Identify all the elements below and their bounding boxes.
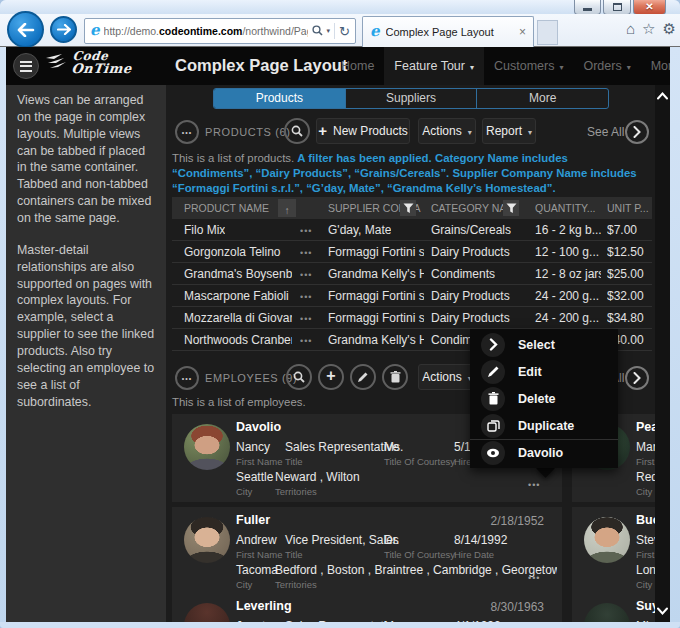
sort-ascending-button[interactable]: ↑ xyxy=(278,199,296,217)
employees-delete-button[interactable] xyxy=(382,364,408,390)
new-products-button[interactable]: +New Products xyxy=(316,118,410,144)
employees-next-button[interactable] xyxy=(625,366,649,390)
search-icon xyxy=(293,371,305,383)
nav-orders[interactable]: Orders▾ xyxy=(573,47,640,85)
employees-options-button[interactable]: ••• xyxy=(175,366,199,390)
nav-home[interactable]: Home xyxy=(331,47,384,85)
browser-actions: ⌂ ☆ ⚙ xyxy=(626,20,676,38)
table-row[interactable]: Mozzarella di Giovanni••• Formaggi Forti… xyxy=(172,307,652,329)
col-quantity[interactable]: QUANTITY... xyxy=(535,202,595,214)
url-text[interactable]: http://demo.codeontime.com/northwind/Pag… xyxy=(104,25,308,37)
card-ellipsis-icon[interactable]: ••• xyxy=(528,573,540,583)
employee-card-buchanan[interactable]: Buchanan StevenFirst Name LondonCity xyxy=(572,507,655,595)
avatar xyxy=(184,603,230,622)
row-ellipsis-icon[interactable]: ••• xyxy=(300,226,312,236)
row-ellipsis-icon[interactable]: ••• xyxy=(300,248,312,258)
products-options-button[interactable]: ••• xyxy=(175,120,199,144)
nav-feature-tour[interactable]: Feature Tour▾ xyxy=(384,47,484,85)
employees-description: This is a list of employees. xyxy=(172,396,306,408)
browser-window: ✕ e http://demo.codeontime.com/northwind… xyxy=(0,0,680,628)
plus-icon: + xyxy=(326,368,335,384)
products-next-button[interactable] xyxy=(625,120,649,144)
row-ellipsis-icon[interactable]: ••• xyxy=(300,336,312,346)
maximize-icon xyxy=(613,3,622,11)
employee-card-suyama[interactable]: Suyama MichaelFirst Name xyxy=(572,593,655,622)
products-actions-button[interactable]: Actions▾ xyxy=(418,118,476,144)
new-tab-button[interactable] xyxy=(537,20,558,45)
forward-button[interactable] xyxy=(50,16,77,43)
hamburger-menu-button[interactable] xyxy=(13,53,39,79)
close-icon: ✕ xyxy=(645,2,653,12)
row-ellipsis-icon[interactable]: ••• xyxy=(300,270,312,280)
table-row[interactable]: Mascarpone Fabioli••• Formaggi Fortini s… xyxy=(172,285,652,307)
avatar xyxy=(584,603,630,622)
menu-item-edit[interactable]: Edit xyxy=(470,358,618,385)
refresh-icon[interactable]: ↻ xyxy=(339,25,350,38)
chevron-right-icon xyxy=(489,338,498,351)
tab-products[interactable]: Products xyxy=(214,89,345,108)
employees-search-button[interactable] xyxy=(286,364,312,390)
table-row[interactable]: Grandma's Boysenberr...••• Grandma Kelly… xyxy=(172,263,652,285)
settings-gear-icon[interactable]: ⚙ xyxy=(663,20,676,38)
pencil-icon xyxy=(357,371,369,383)
filter-funnel-icon xyxy=(403,203,414,214)
employee-card-fuller[interactable]: Fuller 2/18/1952 AndrewFirst Name Vice P… xyxy=(172,507,562,595)
filter-button[interactable] xyxy=(400,200,416,216)
sidebar-paragraph: Master-detail relationships are also sup… xyxy=(17,242,155,411)
trash-icon xyxy=(488,392,499,405)
close-button[interactable]: ✕ xyxy=(633,0,666,15)
products-see-all[interactable]: See All xyxy=(587,125,624,139)
employees-actions-button[interactable]: Actions▾ xyxy=(418,364,476,390)
favorites-star-icon[interactable]: ☆ xyxy=(642,20,655,38)
menu-item-delete[interactable]: Delete xyxy=(470,385,618,412)
pencil-icon xyxy=(487,365,500,378)
tab-more[interactable]: More xyxy=(476,89,608,108)
app-header: Code OnTime Complex Page Layout Home Fea… xyxy=(6,47,670,85)
menu-item-davolio-view[interactable]: Davolio xyxy=(470,439,618,466)
search-icon[interactable] xyxy=(312,25,323,38)
plus-icon: + xyxy=(318,123,327,138)
tab-close-icon[interactable]: × xyxy=(519,25,526,39)
scroll-down-button[interactable] xyxy=(656,603,669,619)
window-border xyxy=(0,622,680,628)
employees-edit-button[interactable] xyxy=(350,364,376,390)
card-ellipsis-icon[interactable]: ••• xyxy=(528,480,540,490)
menu-item-duplicate[interactable]: Duplicate xyxy=(470,412,618,439)
col-product-name[interactable]: PRODUCT NAME xyxy=(184,202,269,214)
ellipsis-icon: ••• xyxy=(182,129,192,136)
trash-icon xyxy=(390,371,401,383)
scroll-up-button[interactable] xyxy=(656,88,669,104)
app-scrollbar[interactable] xyxy=(655,85,670,622)
maximize-button[interactable] xyxy=(603,0,631,15)
table-row[interactable]: Gorgonzola Telino••• Formaggi Fortini s.… xyxy=(172,241,652,263)
products-search-button[interactable] xyxy=(284,118,310,144)
back-button[interactable] xyxy=(7,11,44,48)
row-ellipsis-icon[interactable]: ••• xyxy=(300,292,312,302)
filter-button[interactable] xyxy=(503,200,519,216)
minimize-button[interactable] xyxy=(574,0,601,15)
avatar xyxy=(184,424,230,470)
avatar xyxy=(184,517,230,563)
nav-customers[interactable]: Customers▾ xyxy=(484,47,573,85)
menu-item-select[interactable]: Select xyxy=(470,331,618,358)
chevron-down-icon: ▾ xyxy=(468,128,472,137)
chevron-right-icon xyxy=(633,126,641,138)
products-report-button[interactable]: Report▾ xyxy=(482,118,536,144)
employees-add-button[interactable]: + xyxy=(318,364,344,390)
window-titlebar[interactable]: ✕ xyxy=(0,0,680,14)
wing-icon xyxy=(46,54,72,72)
chevron-down-icon: ▾ xyxy=(470,63,474,72)
col-unit-price[interactable]: UNIT P... xyxy=(607,202,649,214)
row-ellipsis-icon[interactable]: ••• xyxy=(300,314,312,324)
browser-tab[interactable]: e Complex Page Layout × xyxy=(362,16,534,47)
view-tab-group: Products Suppliers More xyxy=(213,88,609,109)
tab-title: Complex Page Layout xyxy=(386,26,513,38)
chevron-down-icon[interactable]: ▾ xyxy=(327,27,331,35)
address-bar[interactable]: e http://demo.codeontime.com/northwind/P… xyxy=(84,18,356,44)
home-icon[interactable]: ⌂ xyxy=(626,20,635,38)
employee-card-leverling[interactable]: Leverling 8/30/1963 JanetFirst Name Sale… xyxy=(172,593,562,622)
codeontime-logo[interactable]: Code OnTime xyxy=(46,50,132,75)
table-row[interactable]: Filo Mix••• G'day, MateGrains/Cereals 16… xyxy=(172,219,652,241)
tab-suppliers[interactable]: Suppliers xyxy=(345,89,477,108)
employees-section-title: EMPLOYEES (9) xyxy=(205,372,297,384)
